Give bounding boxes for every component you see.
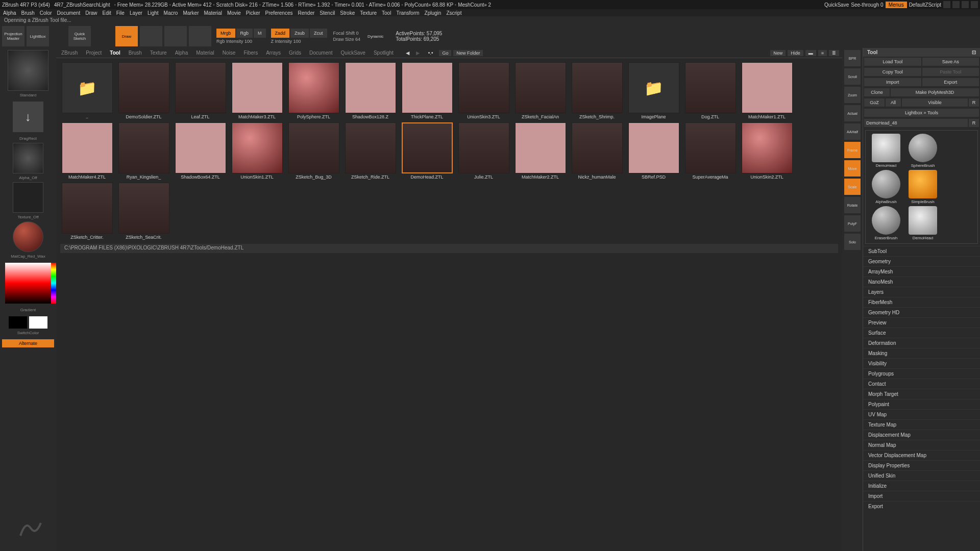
- section-initialize[interactable]: Initialize: [863, 481, 980, 491]
- lightbox-item[interactable]: Nickz_humanMale: [570, 122, 624, 180]
- window-icon[interactable]: [943, 1, 950, 8]
- hide-button[interactable]: Hide: [788, 50, 803, 56]
- lightbox-item[interactable]: ZSketch_FacialAn: [513, 62, 567, 119]
- tab-alpha[interactable]: Alpha: [173, 49, 190, 57]
- menu-transform[interactable]: Transform: [396, 10, 419, 15]
- clone-button[interactable]: Clone: [864, 88, 890, 96]
- strip-actual-button[interactable]: Actual: [844, 105, 861, 121]
- lightbox-item[interactable]: UnionSkin1.ZTL: [230, 122, 284, 180]
- menu-picker[interactable]: Picker: [246, 10, 260, 15]
- menu-macro[interactable]: Macro: [164, 10, 178, 15]
- section-deformation[interactable]: Deformation: [863, 338, 980, 348]
- section-arraymesh[interactable]: ArrayMesh: [863, 266, 980, 277]
- tab-brush[interactable]: Brush: [127, 49, 144, 57]
- focal-shift-slider[interactable]: Focal Shift 0: [333, 31, 361, 36]
- section-layers[interactable]: Layers: [863, 287, 980, 297]
- lightbox-item[interactable]: ZSketch_Bug_3D: [287, 122, 340, 180]
- lightbox-item[interactable]: DemoHead.ZTL: [400, 122, 454, 180]
- texture-thumb[interactable]: [13, 182, 43, 213]
- nav-fwd-icon[interactable]: ►: [415, 49, 421, 57]
- section-polygroups[interactable]: Polygroups: [863, 368, 980, 379]
- export-button[interactable]: Export: [922, 78, 979, 86]
- zsub-button[interactable]: Zsub: [290, 29, 309, 38]
- lightbox-item[interactable]: ZSketch_Ride.ZTL: [344, 122, 397, 180]
- section-displacement-map[interactable]: Displacement Map: [863, 430, 980, 440]
- menu-layer[interactable]: Layer: [130, 10, 142, 15]
- tool-thumb[interactable]: EraserBrush: [869, 206, 903, 240]
- menu-document[interactable]: Document: [57, 10, 81, 15]
- tool-thumb[interactable]: SimpleBrush: [905, 170, 940, 204]
- menu-zplugin[interactable]: Zplugin: [425, 10, 442, 15]
- menu-stroke[interactable]: Stroke: [340, 10, 355, 15]
- secondary-color[interactable]: [9, 316, 27, 329]
- lightbox-item[interactable]: ZSketch_Shrimp.: [570, 62, 624, 119]
- section-contact[interactable]: Contact: [863, 379, 980, 389]
- menu-preferences[interactable]: Preferences: [265, 10, 293, 15]
- import-button[interactable]: Import: [864, 78, 921, 86]
- goz-button[interactable]: GoZ: [864, 98, 885, 107]
- z-intensity-slider[interactable]: Z Intensity 100: [271, 39, 327, 44]
- section-fibermesh[interactable]: FiberMesh: [863, 297, 980, 307]
- m-button[interactable]: M: [254, 29, 266, 38]
- lightbox-item[interactable]: Dog.ZTL: [683, 62, 737, 119]
- lightbox-item[interactable]: SBRef.PSD: [627, 122, 680, 180]
- material-thumb[interactable]: [13, 221, 43, 252]
- nav-back-icon[interactable]: ◄: [405, 49, 411, 57]
- lightbox-item[interactable]: 📁..: [60, 62, 114, 119]
- lightbox-item[interactable]: MatchMaker4.ZTL: [60, 122, 114, 180]
- alternate-button[interactable]: Alternate: [2, 339, 54, 347]
- tool-thumb[interactable]: AlphaBrush: [869, 170, 903, 204]
- menu-render[interactable]: Render: [298, 10, 315, 15]
- go-button[interactable]: Go: [439, 50, 451, 56]
- lightbox-item[interactable]: ZSketch_Critter.: [60, 183, 114, 240]
- tool-thumb[interactable]: SphereBrush: [905, 134, 940, 168]
- copy-tool-button[interactable]: Copy Tool: [864, 68, 921, 76]
- draw-size-slider[interactable]: Draw Size 64: [333, 37, 361, 42]
- strip-rotate-button[interactable]: Rotate: [844, 197, 861, 213]
- tab-zbrush[interactable]: ZBrush: [59, 49, 80, 57]
- menu-brush[interactable]: Brush: [21, 10, 35, 15]
- hue-strip[interactable]: [51, 263, 56, 304]
- tab-texture[interactable]: Texture: [148, 49, 169, 57]
- zadd-button[interactable]: Zadd: [271, 29, 290, 38]
- goz-r-button[interactable]: R: [969, 98, 979, 107]
- section-texture-map[interactable]: Texture Map: [863, 419, 980, 430]
- gradient-label[interactable]: Gradient: [2, 308, 54, 312]
- panel-close-icon[interactable]: ⊡: [972, 49, 976, 55]
- lightbox-item[interactable]: MatchMaker3.ZTL: [230, 62, 284, 119]
- rgb-button[interactable]: Rgb: [236, 29, 253, 38]
- view-mode-3-icon[interactable]: ≣: [829, 50, 839, 56]
- draw-button[interactable]: Draw: [115, 26, 138, 46]
- menu-draw[interactable]: Draw: [85, 10, 97, 15]
- lightbox-item[interactable]: UnionSkin3.ZTL: [457, 62, 510, 119]
- move-button[interactable]: [140, 26, 162, 46]
- new-button[interactable]: New: [770, 50, 786, 56]
- tab-arrays[interactable]: Arrays: [264, 49, 283, 57]
- section-subtool[interactable]: SubTool: [863, 246, 980, 256]
- section-surface[interactable]: Surface: [863, 328, 980, 338]
- section-visibility[interactable]: Visibility: [863, 358, 980, 368]
- lightbox-item[interactable]: 📁ImagePlane: [627, 62, 680, 119]
- strip-aahalf-button[interactable]: AAHalf: [844, 123, 861, 140]
- section-display-properties[interactable]: Display Properties: [863, 460, 980, 470]
- tab-material[interactable]: Material: [194, 49, 216, 57]
- paste-tool-button[interactable]: Paste Tool: [922, 68, 979, 76]
- section-preview[interactable]: Preview: [863, 317, 980, 328]
- close-icon[interactable]: [971, 1, 978, 8]
- lightbox-item[interactable]: MatchMaker2.ZTL: [513, 122, 567, 180]
- lightbox-button[interactable]: LightBox: [27, 26, 49, 46]
- new-folder-button[interactable]: New Folder: [453, 50, 483, 56]
- lightbox-tools-button[interactable]: Lightbox » Tools: [864, 109, 979, 117]
- menu-alpha[interactable]: Alpha: [3, 10, 16, 15]
- strip-scale-button[interactable]: Scale: [844, 179, 861, 195]
- goz-all-button[interactable]: All: [886, 98, 901, 107]
- lightbox-item[interactable]: PolySphere.ZTL: [287, 62, 340, 119]
- strip-polyf-button[interactable]: PolyF: [844, 215, 861, 232]
- lightbox-item[interactable]: Ryan_Kingslien_: [117, 122, 170, 180]
- tab-document[interactable]: Document: [307, 49, 335, 57]
- lightbox-item[interactable]: ShadowBox64.ZTL: [174, 122, 227, 180]
- load-tool-button[interactable]: Load Tool: [864, 58, 921, 66]
- minimize-icon[interactable]: [952, 1, 960, 8]
- view-mode-1-icon[interactable]: ▬: [805, 50, 816, 56]
- strip-solo-button[interactable]: Solo: [844, 234, 861, 250]
